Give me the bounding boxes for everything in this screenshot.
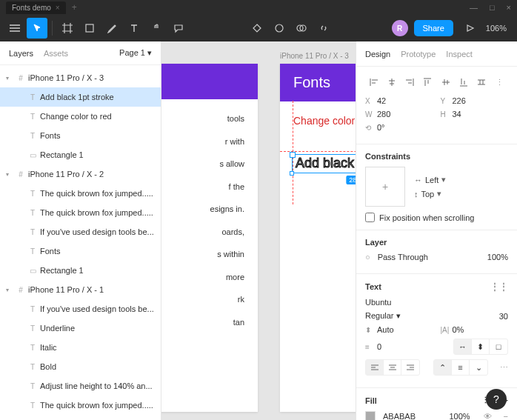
fill-visible-icon[interactable]: 👁	[484, 412, 492, 420]
close-window-icon[interactable]: ×	[507, 3, 511, 12]
text-tool[interactable]	[124, 18, 144, 39]
fill-remove-icon[interactable]: −	[504, 412, 508, 420]
letter-spacing[interactable]: 0%	[453, 325, 464, 334]
component-tool[interactable]	[247, 18, 267, 39]
minimize-icon[interactable]: —	[470, 3, 478, 12]
layer-item[interactable]: ▭Rectangle 1	[0, 145, 161, 164]
tab-inspect[interactable]: Inspect	[446, 50, 472, 59]
text-more-icon[interactable]: ⋯	[500, 363, 508, 373]
font-weight[interactable]: Regular ▾	[365, 311, 401, 321]
h-constraint[interactable]: ↔ Left ▾	[414, 175, 446, 184]
blend-mode[interactable]: Pass Through	[378, 253, 480, 261]
distribute-icon[interactable]	[473, 74, 490, 90]
close-tab-icon[interactable]: ×	[56, 4, 60, 12]
comment-tool[interactable]	[168, 18, 189, 39]
valign-bot-icon[interactable]: ⌄	[470, 360, 487, 375]
layer-frame[interactable]: ▾#iPhone 11 Pro / X - 3	[0, 68, 161, 87]
tab-prototype[interactable]: Prototype	[401, 50, 436, 59]
layer-item[interactable]: TAdd black 1pt stroke	[0, 87, 161, 107]
paragraph-spacing[interactable]: 0	[377, 342, 381, 351]
align-bottom-icon[interactable]	[455, 74, 472, 90]
valign-top-icon[interactable]: ⌃	[434, 360, 452, 375]
layer-frame[interactable]: ▾#iPhone 11 Pro / X - 1	[0, 280, 161, 299]
menu-button[interactable]	[4, 18, 25, 39]
text-selected[interactable]: Add black 1pt stroke	[293, 155, 356, 172]
layer-item[interactable]: TChange color to red	[0, 107, 161, 126]
layer-item[interactable]: TIf you've used design tools be...	[0, 299, 161, 319]
pen-tool[interactable]	[101, 18, 122, 39]
help-button[interactable]: ?	[486, 389, 507, 410]
layer-item[interactable]: TAdjust line height to 140% an...	[0, 376, 161, 396]
x-value[interactable]: 42	[377, 96, 386, 105]
artboard-peek[interactable]: toolsr withs allowf theesigns in.oards,s…	[161, 64, 258, 412]
selection-box[interactable]: Add black 1pt stroke 280 × 34	[292, 154, 356, 173]
layer-item[interactable]: TFonts	[0, 126, 161, 145]
v-constraint[interactable]: ↕ Top ▾	[414, 189, 446, 199]
align-vcenter-icon[interactable]	[437, 74, 454, 90]
frame-tool[interactable]	[57, 18, 78, 39]
valign-mid-icon[interactable]: ≡	[452, 360, 470, 375]
layers-panel: Layers Assets Page 1 ▾ ▾#iPhone 11 Pro /…	[0, 41, 161, 420]
file-tab-title: Fonts demo	[12, 4, 51, 12]
fix-position-checkbox[interactable]: Fix position when scrolling	[365, 213, 508, 222]
fill-swatch[interactable]	[365, 411, 376, 420]
rotation-value[interactable]: 0°	[377, 123, 385, 132]
fill-hex[interactable]: ABABAB	[383, 412, 416, 420]
more-align-icon[interactable]: ⋮	[491, 74, 508, 90]
fill-opacity[interactable]: 100%	[449, 412, 470, 420]
layer-item[interactable]: TThe quick brown fox jumped.....	[0, 396, 161, 415]
artboard-label[interactable]: iPhone 11 Pro / X - 3	[280, 52, 349, 60]
layer-item[interactable]: TThe quick brown fox jumped.....	[0, 184, 161, 203]
autoheight-icon[interactable]: ⬍	[472, 339, 490, 354]
new-tab-button[interactable]: +	[72, 2, 77, 13]
font-size[interactable]: 30	[499, 312, 508, 321]
hand-tool[interactable]	[146, 18, 167, 39]
page-selector[interactable]: Page 1 ▾	[119, 48, 152, 58]
share-button[interactable]: Share	[414, 20, 453, 36]
avatar[interactable]: R	[392, 20, 408, 36]
layer-item[interactable]: TIf you've used design tools be...	[0, 222, 161, 241]
shape-tool[interactable]	[79, 18, 100, 39]
align-left-icon[interactable]	[365, 74, 382, 90]
tab-layers[interactable]: Layers	[9, 49, 33, 58]
tab-assets[interactable]: Assets	[44, 49, 68, 58]
textalign-right-icon[interactable]	[401, 360, 419, 375]
boolean-tool[interactable]	[291, 18, 312, 39]
font-family[interactable]: Ubuntu	[365, 298, 391, 307]
text-section-title: Text	[365, 282, 381, 291]
text-red[interactable]: Change color to red	[293, 115, 356, 127]
align-right-icon[interactable]	[401, 74, 418, 90]
textalign-left-icon[interactable]	[366, 360, 384, 375]
layer-item[interactable]: TFonts	[0, 241, 161, 261]
layer-item[interactable]: TBold	[0, 357, 161, 376]
layer-opacity[interactable]: 100%	[487, 253, 508, 261]
autowidth-icon[interactable]: ↔	[454, 339, 472, 354]
link-tool[interactable]	[313, 18, 334, 39]
align-hcenter-icon[interactable]	[383, 74, 400, 90]
h-value[interactable]: 34	[453, 110, 461, 119]
layer-item[interactable]: ▭Rectangle 1	[0, 261, 161, 280]
constraints-widget[interactable]	[365, 167, 405, 207]
tab-design[interactable]: Design	[365, 50, 390, 59]
layer-item[interactable]: TThe quick brown fox jumped.....	[0, 203, 161, 222]
maximize-icon[interactable]: □	[490, 3, 495, 12]
mask-tool[interactable]	[269, 18, 290, 39]
layer-tree: ▾#iPhone 11 Pro / X - 3TAdd black 1pt st…	[0, 65, 161, 420]
layer-item[interactable]: TItalic	[0, 338, 161, 357]
canvas[interactable]: toolsr withs allowf theesigns in.oards,s…	[161, 41, 356, 420]
text-style-icon[interactable]: ⋮⋮	[490, 281, 508, 292]
textalign-center-icon[interactable]	[384, 360, 401, 375]
y-value[interactable]: 226	[453, 96, 466, 105]
file-tab[interactable]: Fonts demo ×	[6, 1, 66, 14]
w-value[interactable]: 280	[377, 110, 390, 119]
line-height[interactable]: Auto	[377, 325, 394, 334]
artboard-main[interactable]: iPhone 11 Pro / X - 3 Fonts Change color…	[280, 64, 356, 412]
layer-item[interactable]: TThe quick brown fox...	[0, 415, 161, 420]
present-button[interactable]	[459, 18, 480, 39]
align-top-icon[interactable]	[419, 74, 436, 90]
move-tool[interactable]	[27, 18, 47, 39]
fixedsize-icon[interactable]: □	[490, 339, 507, 354]
layer-frame[interactable]: ▾#iPhone 11 Pro / X - 2	[0, 164, 161, 184]
zoom-level[interactable]: 106%	[486, 24, 513, 33]
layer-item[interactable]: TUnderline	[0, 319, 161, 338]
